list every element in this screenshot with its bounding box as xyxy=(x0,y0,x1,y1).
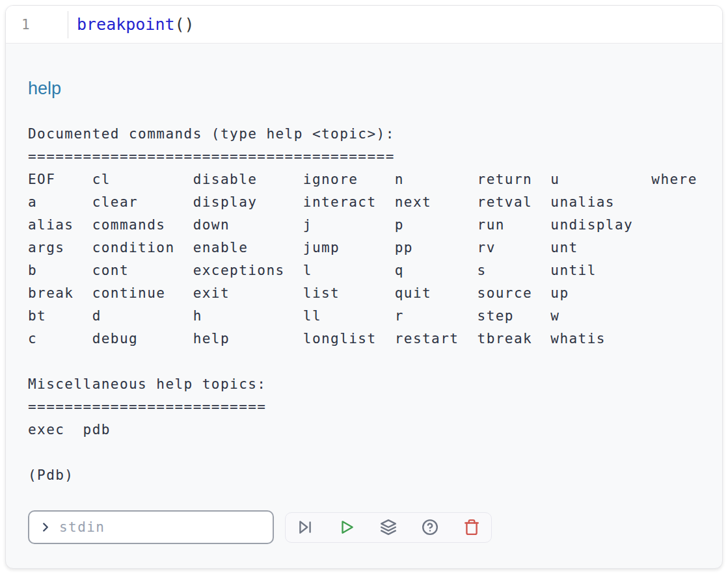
debugger-toolbar xyxy=(285,512,492,543)
code-editor-row: 1 breakpoint() xyxy=(6,6,722,44)
layers-icon xyxy=(380,519,397,536)
stdin-echo: help xyxy=(28,77,700,100)
play-icon xyxy=(338,519,355,536)
toolbar-button[interactable] xyxy=(463,518,481,536)
console-output: Documented commands (type help <topic>):… xyxy=(28,100,700,487)
toolbar-button[interactable] xyxy=(338,518,356,536)
code-line[interactable]: breakpoint() xyxy=(68,15,195,34)
code-function-name: breakpoint xyxy=(77,15,175,34)
trash-icon xyxy=(463,519,480,536)
toolbar-button[interactable] xyxy=(421,518,439,536)
toolbar-button[interactable] xyxy=(296,518,314,536)
chevron-right-icon xyxy=(38,520,53,534)
console-area: help Documented commands (type help <top… xyxy=(6,44,722,544)
code-parens: () xyxy=(175,15,195,34)
debugger-cell: 1 breakpoint() help Documented commands … xyxy=(5,5,723,569)
stdin-inputbox[interactable] xyxy=(28,510,274,544)
stdin-input[interactable] xyxy=(59,512,273,543)
debugger-controls-row xyxy=(28,510,700,544)
line-number: 1 xyxy=(6,17,68,33)
help-circle-icon xyxy=(422,519,438,536)
toolbar-button[interactable] xyxy=(379,518,398,536)
skip-forward-icon xyxy=(297,519,314,536)
